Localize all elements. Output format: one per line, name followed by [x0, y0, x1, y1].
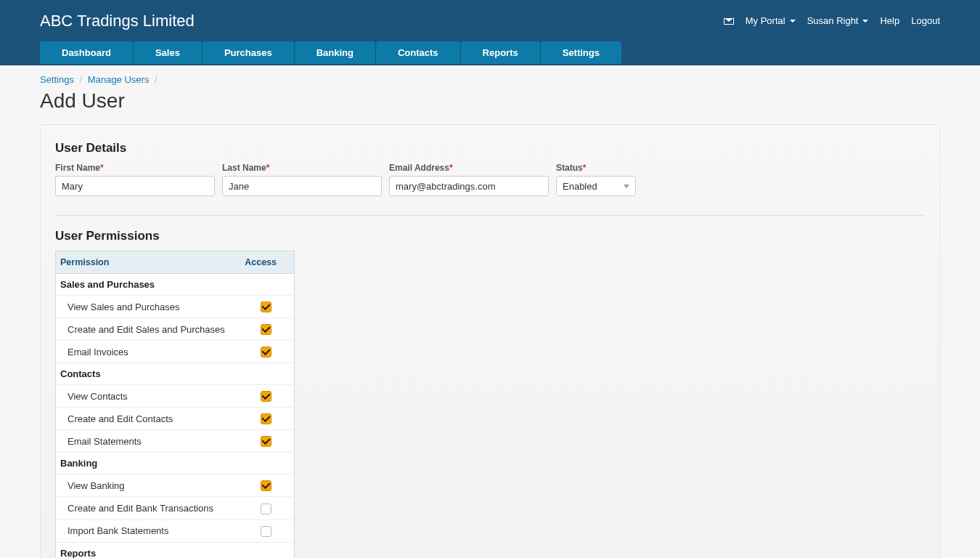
logout-link[interactable]: Logout [911, 15, 940, 26]
permission-checkbox[interactable] [261, 413, 271, 424]
permission-row: View Banking [56, 474, 295, 497]
first-name-group: First Name* [55, 163, 215, 196]
last-name-group: Last Name* [222, 163, 382, 196]
status-select[interactable]: Enabled [556, 176, 636, 196]
permission-checkbox[interactable] [261, 347, 271, 357]
chevron-down-icon [624, 185, 629, 188]
permission-row: Create and Edit Contacts [56, 408, 295, 430]
caret-down-icon [790, 20, 796, 23]
form-panel: User Details First Name* Last Name* Emai… [40, 124, 940, 558]
user-permissions-title: User Permissions [55, 229, 925, 243]
nav-tab-settings[interactable]: Settings [541, 41, 621, 64]
breadcrumb-sep: / [80, 74, 83, 85]
user-details-row: First Name* Last Name* Email Address* St… [55, 163, 925, 196]
permission-checkbox[interactable] [261, 436, 271, 447]
permission-label: View Banking [56, 474, 238, 497]
last-name-input[interactable] [222, 176, 382, 196]
section-divider [55, 215, 925, 216]
first-name-label: First Name* [55, 163, 215, 173]
permission-row: Create and Edit Sales and Purchases [56, 318, 295, 341]
permission-group-title: Banking [56, 453, 295, 474]
company-name: ABC Tradings Limited [40, 12, 195, 31]
permission-label: Email Statements [56, 430, 238, 453]
permission-row: Import Bank Statements [56, 519, 295, 542]
permission-group-title: Contacts [56, 363, 295, 385]
permission-group-row: Contacts [56, 363, 295, 385]
permission-row: View Contacts [56, 385, 295, 408]
permission-label: Create and Edit Contacts [56, 408, 238, 430]
last-name-label: Last Name* [222, 163, 382, 173]
username-label: Susan Right [807, 15, 859, 26]
nav-tab-reports[interactable]: Reports [461, 41, 540, 64]
email-group: Email Address* [389, 163, 549, 196]
permission-group-row: Reports [56, 542, 295, 558]
breadcrumb: Settings / Manage Users / [40, 65, 940, 89]
nav-tab-contacts[interactable]: Contacts [376, 41, 460, 64]
permission-checkbox[interactable] [261, 324, 271, 335]
permission-label: Create and Edit Sales and Purchases [56, 318, 238, 341]
permission-row: Email Statements [56, 430, 295, 453]
topbar: ABC Tradings Limited My Portal Susan Rig… [0, 0, 980, 41]
page-title: Add User [40, 89, 940, 113]
permission-checkbox[interactable] [261, 391, 271, 402]
first-name-input[interactable] [55, 176, 215, 196]
navbar: Dashboard Sales Purchases Banking Contac… [0, 41, 980, 65]
permission-row: Email Invoices [56, 341, 295, 363]
permission-row: View Sales and Purchases [56, 296, 295, 318]
breadcrumb-sep: / [155, 74, 158, 85]
permission-checkbox[interactable] [261, 526, 271, 537]
permission-checkbox[interactable] [261, 504, 271, 514]
email-input[interactable] [389, 176, 549, 196]
status-group: Status* Enabled [556, 163, 636, 196]
status-value: Enabled [563, 181, 597, 192]
caret-down-icon [862, 20, 868, 23]
nav-tab-dashboard[interactable]: Dashboard [40, 41, 133, 64]
breadcrumb-settings[interactable]: Settings [40, 74, 74, 85]
my-portal-label: My Portal [746, 15, 785, 26]
permissions-table: Permission Access Sales and PurchasesVie… [55, 251, 295, 558]
nav-tab-sales[interactable]: Sales [134, 41, 202, 64]
help-link[interactable]: Help [880, 15, 899, 26]
nav-tab-purchases[interactable]: Purchases [203, 41, 294, 64]
nav-tab-banking[interactable]: Banking [295, 41, 375, 64]
permission-checkbox[interactable] [261, 480, 271, 491]
permission-group-row: Sales and Purchases [56, 274, 295, 296]
permission-group-row: Banking [56, 453, 295, 474]
permission-label: Create and Edit Bank Transactions [56, 497, 238, 519]
permission-label: View Sales and Purchases [56, 296, 238, 318]
permission-label: View Contacts [56, 385, 238, 408]
mail-icon[interactable] [724, 17, 734, 25]
permission-label: Email Invoices [56, 341, 238, 363]
col-access: Access [238, 251, 295, 274]
permission-label: Import Bank Statements [56, 519, 238, 542]
nav-tabs: Dashboard Sales Purchases Banking Contac… [40, 41, 940, 64]
permission-checkbox[interactable] [261, 302, 271, 312]
breadcrumb-manage-users[interactable]: Manage Users [88, 74, 150, 85]
permission-row: Create and Edit Bank Transactions [56, 497, 295, 519]
username-dropdown[interactable]: Susan Right [807, 15, 869, 26]
top-right-menu: My Portal Susan Right Help Logout [724, 15, 940, 26]
permission-group-title: Sales and Purchases [56, 274, 295, 296]
email-label: Email Address* [389, 163, 549, 173]
col-permission: Permission [56, 251, 238, 274]
permission-group-title: Reports [56, 542, 295, 558]
user-details-title: User Details [55, 141, 925, 155]
my-portal-link[interactable]: My Portal [746, 15, 796, 26]
status-label: Status* [556, 163, 636, 173]
